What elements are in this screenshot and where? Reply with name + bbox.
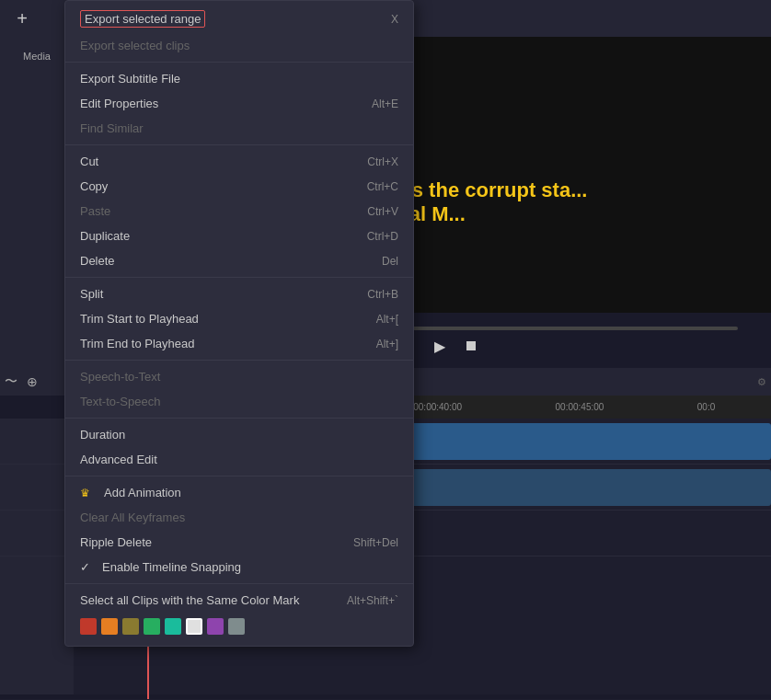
snap-icon[interactable]: ⊕ — [27, 374, 38, 389]
divider-2 — [65, 144, 413, 145]
crown-icon: ♛ — [80, 487, 95, 499]
menu-item-edit-properties[interactable]: Edit Properties Alt+E — [65, 91, 413, 116]
advanced-edit-label: Advanced Edit — [80, 453, 157, 466]
menu-item-trim-end[interactable]: Trim End to Playhead Alt+] — [65, 331, 413, 356]
play-button[interactable]: ▶ — [434, 338, 445, 355]
marker-5: 00:0 — [697, 402, 715, 412]
menu-item-clear-keyframes: Clear All Keyframes — [65, 505, 413, 530]
speech-to-text-label: Speech-to-Text — [80, 370, 160, 384]
edit-properties-shortcut: Alt+E — [372, 98, 398, 110]
text-to-speech-label: Text-to-Speech — [80, 395, 160, 408]
menu-item-select-color-mark[interactable]: Select all Clips with the Same Color Mar… — [65, 588, 413, 613]
track-label-2 — [0, 465, 74, 511]
add-animation-label: Add Animation — [104, 486, 181, 499]
trim-start-shortcut: Alt+[ — [376, 313, 398, 326]
menu-item-export-subtitle[interactable]: Export Subtitle File — [65, 66, 413, 91]
divider-4 — [65, 360, 413, 361]
cut-label: Cut — [80, 155, 98, 168]
paste-shortcut: Ctrl+V — [367, 205, 398, 218]
select-color-mark-shortcut: Alt+Shift+` — [347, 594, 398, 607]
clear-keyframes-label: Clear All Keyframes — [80, 511, 185, 524]
divider-6 — [65, 476, 413, 476]
swatch-green[interactable] — [144, 618, 160, 635]
trim-end-label: Trim End to Playhead — [80, 337, 195, 350]
menu-item-duration[interactable]: Duration — [65, 422, 413, 447]
duplicate-label: Duplicate — [80, 229, 130, 243]
timeline-settings-icon[interactable]: ⚙ — [757, 376, 766, 388]
menu-item-paste: Paste Ctrl+V — [65, 199, 413, 224]
timeline-snapping-label: Enable Timeline Snapping — [102, 560, 241, 574]
divider-1 — [65, 62, 413, 63]
find-similar-label: Find Similar — [80, 121, 144, 135]
menu-item-add-animation[interactable]: ♛ Add Animation — [65, 480, 413, 505]
divider-7 — [65, 583, 413, 584]
divider-3 — [65, 277, 413, 278]
menu-item-copy[interactable]: Copy Ctrl+C — [65, 174, 413, 199]
menu-item-export-clips: Export selected clips — [65, 33, 413, 58]
marker-3: 00:00:40:00 — [413, 402, 462, 412]
delete-label: Delete — [80, 254, 115, 268]
paste-label: Paste — [80, 204, 110, 218]
edit-properties-label: Edit Properties — [80, 97, 158, 110]
menu-item-split[interactable]: Split Ctrl+B — [65, 281, 413, 306]
menu-item-timeline-snapping[interactable]: ✓ Enable Timeline Snapping — [65, 555, 413, 580]
duration-label: Duration — [80, 428, 125, 442]
add-button[interactable]: + — [9, 6, 35, 31]
waveform-icon[interactable]: 〜 — [5, 373, 17, 390]
divider-5 — [65, 418, 413, 419]
menu-item-trim-start[interactable]: Trim Start to Playhead Alt+[ — [65, 306, 413, 331]
cut-shortcut: Ctrl+X — [367, 155, 398, 168]
menu-item-find-similar: Find Similar — [65, 116, 413, 141]
menu-item-text-to-speech: Text-to-Speech — [65, 389, 413, 414]
menu-item-speech-to-text: Speech-to-Text — [65, 364, 413, 389]
split-shortcut: Ctrl+B — [367, 288, 398, 301]
export-range-label: Export selected range — [80, 10, 205, 28]
trim-end-shortcut: Alt+] — [376, 338, 398, 350]
copy-shortcut: Ctrl+C — [367, 180, 398, 193]
color-swatches — [65, 613, 413, 642]
marker-4: 00:00:45:00 — [556, 402, 604, 412]
swatch-red[interactable] — [80, 618, 97, 635]
select-color-mark-label: Select all Clips with the Same Color Mar… — [80, 593, 299, 607]
ripple-delete-label: Ripple Delete — [80, 535, 152, 549]
menu-item-duplicate[interactable]: Duplicate Ctrl+D — [65, 224, 413, 248]
menu-item-advanced-edit[interactable]: Advanced Edit — [65, 447, 413, 472]
export-range-shortcut: X — [391, 13, 398, 26]
trim-start-label: Trim Start to Playhead — [80, 312, 199, 326]
track-label-1 — [0, 419, 74, 465]
swatch-orange[interactable] — [101, 618, 118, 635]
delete-shortcut: Del — [382, 255, 398, 268]
context-menu: Export selected range X Export selected … — [64, 0, 414, 647]
track-label-3 — [0, 511, 74, 557]
export-subtitle-label: Export Subtitle File — [80, 72, 180, 86]
ripple-delete-shortcut: Shift+Del — [353, 536, 398, 549]
timeline-track-labels — [0, 419, 74, 694]
menu-item-cut[interactable]: Cut Ctrl+X — [65, 149, 413, 174]
copy-label: Copy — [80, 179, 108, 193]
swatch-gray[interactable] — [228, 618, 245, 635]
menu-item-delete[interactable]: Delete Del — [65, 248, 413, 273]
swatch-teal[interactable] — [165, 618, 181, 635]
menu-item-export-range[interactable]: Export selected range X — [65, 5, 413, 33]
check-icon: ✓ — [80, 560, 95, 574]
media-label: Media — [23, 51, 51, 62]
split-label: Split — [80, 287, 103, 301]
export-clips-label: Export selected clips — [80, 39, 190, 52]
duplicate-shortcut: Ctrl+D — [367, 230, 398, 243]
swatch-white[interactable] — [186, 618, 202, 635]
stop-button[interactable]: ⏹ — [464, 338, 478, 354]
swatch-yellow[interactable] — [122, 618, 139, 635]
swatch-purple[interactable] — [207, 618, 224, 635]
menu-item-ripple-delete[interactable]: Ripple Delete Shift+Del — [65, 530, 413, 555]
